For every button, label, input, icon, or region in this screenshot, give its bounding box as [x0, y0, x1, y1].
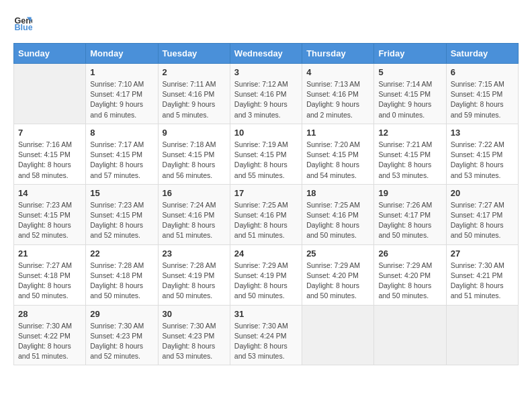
calendar-cell: 11Sunrise: 7:20 AM Sunset: 4:15 PM Dayli… — [302, 124, 374, 184]
calendar-cell: 13Sunrise: 7:22 AM Sunset: 4:15 PM Dayli… — [446, 124, 518, 184]
day-info: Sunrise: 7:30 AM Sunset: 4:23 PM Dayligh… — [163, 321, 226, 362]
svg-text:Blue: Blue — [14, 23, 32, 32]
calendar-cell: 15Sunrise: 7:23 AM Sunset: 4:15 PM Dayli… — [86, 184, 158, 244]
day-number: 24 — [234, 248, 298, 259]
day-number: 31 — [234, 309, 298, 319]
calendar-cell: 3Sunrise: 7:12 AM Sunset: 4:16 PM Daylig… — [230, 64, 302, 124]
calendar-cell: 9Sunrise: 7:18 AM Sunset: 4:15 PM Daylig… — [158, 124, 230, 184]
day-number: 27 — [451, 248, 514, 259]
day-number: 9 — [163, 128, 226, 138]
calendar-cell: 2Sunrise: 7:11 AM Sunset: 4:16 PM Daylig… — [158, 64, 230, 124]
calendar-cell: 25Sunrise: 7:29 AM Sunset: 4:20 PM Dayli… — [302, 244, 374, 305]
day-info: Sunrise: 7:17 AM Sunset: 4:15 PM Dayligh… — [90, 140, 153, 181]
calendar-cell: 22Sunrise: 7:28 AM Sunset: 4:18 PM Dayli… — [86, 244, 158, 305]
calendar-cell: 18Sunrise: 7:25 AM Sunset: 4:16 PM Dayli… — [302, 184, 374, 244]
day-info: Sunrise: 7:11 AM Sunset: 4:16 PM Dayligh… — [163, 79, 226, 120]
calendar-cell: 26Sunrise: 7:29 AM Sunset: 4:20 PM Dayli… — [374, 244, 446, 305]
day-info: Sunrise: 7:29 AM Sunset: 4:19 PM Dayligh… — [234, 261, 298, 302]
calendar-week-3: 14Sunrise: 7:23 AM Sunset: 4:15 PM Dayli… — [14, 184, 519, 244]
calendar-cell: 27Sunrise: 7:30 AM Sunset: 4:21 PM Dayli… — [446, 244, 518, 305]
day-number: 17 — [234, 188, 298, 198]
calendar-cell: 14Sunrise: 7:23 AM Sunset: 4:15 PM Dayli… — [14, 184, 86, 244]
calendar-cell: 7Sunrise: 7:16 AM Sunset: 4:15 PM Daylig… — [14, 124, 86, 184]
page-header: General Blue — [13, 13, 519, 32]
calendar-cell: 8Sunrise: 7:17 AM Sunset: 4:15 PM Daylig… — [86, 124, 158, 184]
calendar-cell: 19Sunrise: 7:26 AM Sunset: 4:17 PM Dayli… — [374, 184, 446, 244]
calendar-week-2: 7Sunrise: 7:16 AM Sunset: 4:15 PM Daylig… — [14, 124, 519, 184]
calendar-week-5: 28Sunrise: 7:30 AM Sunset: 4:22 PM Dayli… — [14, 305, 519, 365]
day-number: 21 — [18, 248, 81, 259]
day-info: Sunrise: 7:23 AM Sunset: 4:15 PM Dayligh… — [90, 200, 153, 241]
calendar-cell: 10Sunrise: 7:19 AM Sunset: 4:15 PM Dayli… — [230, 124, 302, 184]
day-info: Sunrise: 7:24 AM Sunset: 4:16 PM Dayligh… — [163, 200, 226, 241]
calendar-cell — [374, 305, 446, 365]
day-number: 22 — [90, 248, 153, 259]
day-number: 20 — [451, 188, 514, 198]
calendar-cell: 28Sunrise: 7:30 AM Sunset: 4:22 PM Dayli… — [14, 305, 86, 365]
day-info: Sunrise: 7:30 AM Sunset: 4:24 PM Dayligh… — [234, 321, 298, 362]
day-number: 18 — [306, 188, 369, 198]
calendar-table: SundayMondayTuesdayWednesdayThursdayFrid… — [13, 43, 519, 365]
day-number: 5 — [378, 67, 441, 77]
calendar-cell: 21Sunrise: 7:27 AM Sunset: 4:18 PM Dayli… — [14, 244, 86, 305]
day-info: Sunrise: 7:29 AM Sunset: 4:20 PM Dayligh… — [306, 261, 369, 302]
day-info: Sunrise: 7:30 AM Sunset: 4:23 PM Dayligh… — [90, 321, 153, 362]
day-info: Sunrise: 7:26 AM Sunset: 4:17 PM Dayligh… — [378, 200, 441, 241]
day-info: Sunrise: 7:15 AM Sunset: 4:15 PM Dayligh… — [451, 79, 514, 120]
calendar-header-row: SundayMondayTuesdayWednesdayThursdayFrid… — [14, 44, 519, 64]
day-number: 19 — [378, 188, 441, 198]
calendar-week-1: 1Sunrise: 7:10 AM Sunset: 4:17 PM Daylig… — [14, 64, 519, 124]
calendar-header-tuesday: Tuesday — [158, 44, 230, 64]
day-info: Sunrise: 7:14 AM Sunset: 4:15 PM Dayligh… — [378, 79, 441, 120]
day-number: 23 — [163, 248, 226, 259]
calendar-cell: 20Sunrise: 7:27 AM Sunset: 4:17 PM Dayli… — [446, 184, 518, 244]
day-info: Sunrise: 7:21 AM Sunset: 4:15 PM Dayligh… — [378, 140, 441, 181]
day-info: Sunrise: 7:29 AM Sunset: 4:20 PM Dayligh… — [378, 261, 441, 302]
day-number: 29 — [90, 309, 153, 319]
day-info: Sunrise: 7:28 AM Sunset: 4:19 PM Dayligh… — [163, 261, 226, 302]
calendar-cell — [14, 64, 86, 124]
logo-icon: General Blue — [13, 13, 32, 32]
day-number: 8 — [90, 128, 153, 138]
day-info: Sunrise: 7:12 AM Sunset: 4:16 PM Dayligh… — [234, 79, 298, 120]
logo: General Blue — [13, 13, 35, 32]
day-number: 6 — [451, 67, 514, 77]
day-number: 25 — [306, 248, 369, 259]
day-number: 16 — [163, 188, 226, 198]
day-number: 7 — [18, 128, 81, 138]
day-number: 26 — [378, 248, 441, 259]
day-number: 15 — [90, 188, 153, 198]
day-info: Sunrise: 7:27 AM Sunset: 4:18 PM Dayligh… — [18, 261, 81, 302]
day-info: Sunrise: 7:23 AM Sunset: 4:15 PM Dayligh… — [18, 200, 81, 241]
day-info: Sunrise: 7:20 AM Sunset: 4:15 PM Dayligh… — [306, 140, 369, 181]
calendar-cell: 29Sunrise: 7:30 AM Sunset: 4:23 PM Dayli… — [86, 305, 158, 365]
day-number: 28 — [18, 309, 81, 319]
calendar-cell: 12Sunrise: 7:21 AM Sunset: 4:15 PM Dayli… — [374, 124, 446, 184]
day-info: Sunrise: 7:28 AM Sunset: 4:18 PM Dayligh… — [90, 261, 153, 302]
day-info: Sunrise: 7:25 AM Sunset: 4:16 PM Dayligh… — [306, 200, 369, 241]
calendar-header-sunday: Sunday — [14, 44, 86, 64]
calendar-cell: 31Sunrise: 7:30 AM Sunset: 4:24 PM Dayli… — [230, 305, 302, 365]
calendar-header-monday: Monday — [86, 44, 158, 64]
calendar-cell: 24Sunrise: 7:29 AM Sunset: 4:19 PM Dayli… — [230, 244, 302, 305]
day-number: 11 — [306, 128, 369, 138]
day-info: Sunrise: 7:30 AM Sunset: 4:22 PM Dayligh… — [18, 321, 81, 362]
calendar-cell: 6Sunrise: 7:15 AM Sunset: 4:15 PM Daylig… — [446, 64, 518, 124]
day-number: 14 — [18, 188, 81, 198]
day-info: Sunrise: 7:19 AM Sunset: 4:15 PM Dayligh… — [234, 140, 298, 181]
calendar-header-saturday: Saturday — [446, 44, 518, 64]
day-number: 3 — [234, 67, 298, 77]
day-info: Sunrise: 7:16 AM Sunset: 4:15 PM Dayligh… — [18, 140, 81, 181]
day-info: Sunrise: 7:22 AM Sunset: 4:15 PM Dayligh… — [451, 140, 514, 181]
calendar-cell: 1Sunrise: 7:10 AM Sunset: 4:17 PM Daylig… — [86, 64, 158, 124]
day-info: Sunrise: 7:13 AM Sunset: 4:16 PM Dayligh… — [306, 79, 369, 120]
day-number: 4 — [306, 67, 369, 77]
calendar-header-friday: Friday — [374, 44, 446, 64]
day-number: 30 — [163, 309, 226, 319]
day-number: 12 — [378, 128, 441, 138]
day-number: 1 — [90, 67, 153, 77]
calendar-cell — [302, 305, 374, 365]
calendar-cell: 4Sunrise: 7:13 AM Sunset: 4:16 PM Daylig… — [302, 64, 374, 124]
day-info: Sunrise: 7:10 AM Sunset: 4:17 PM Dayligh… — [90, 79, 153, 120]
calendar-cell: 30Sunrise: 7:30 AM Sunset: 4:23 PM Dayli… — [158, 305, 230, 365]
